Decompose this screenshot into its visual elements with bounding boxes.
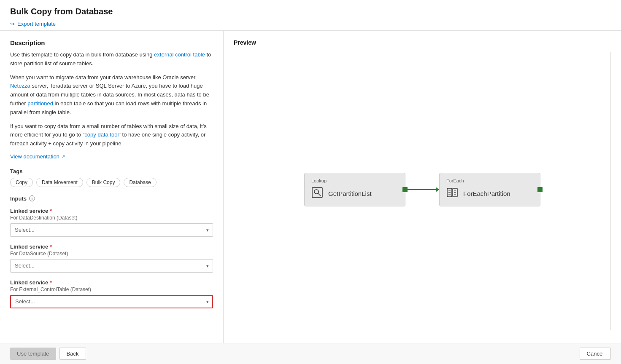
left-panel: Description Use this template to copy da… bbox=[0, 31, 224, 343]
linked-service-1-sublabel: For DataDestination (Dataset) bbox=[10, 215, 213, 221]
tag-database: Database bbox=[124, 178, 156, 187]
svg-point-1 bbox=[314, 190, 319, 194]
linked-service-3-select[interactable]: Select... bbox=[10, 295, 213, 308]
bottom-bar: Use template Back Cancel bbox=[0, 343, 621, 364]
svg-line-2 bbox=[318, 193, 321, 196]
arrow-head bbox=[436, 187, 439, 192]
cancel-button[interactable]: Cancel bbox=[580, 348, 611, 360]
foreach-node: ForEach bbox=[439, 173, 540, 206]
export-template-link[interactable]: ↪ Export template bbox=[10, 21, 611, 27]
lookup-node-name: GetPartitionList bbox=[328, 190, 372, 197]
linked-service-control-group: Linked service * For External_ControlTab… bbox=[10, 279, 213, 308]
linked-service-2-select[interactable]: Select... bbox=[10, 259, 213, 273]
linked-service-source-group: Linked service * For DataSource (Dataset… bbox=[10, 244, 213, 273]
linked-service-3-sublabel: For External_ControlTable (Dataset) bbox=[10, 286, 213, 292]
linked-service-1-label: Linked service * bbox=[10, 208, 213, 214]
linked-service-1-select[interactable]: Select... bbox=[10, 223, 213, 237]
foreach-right-connector bbox=[537, 187, 543, 192]
foreach-icon bbox=[446, 187, 458, 201]
tags-section: Tags Copy Data Movement Bulk Copy Databa… bbox=[10, 168, 213, 187]
preview-title: Preview bbox=[234, 39, 611, 46]
inputs-header: Inputs i bbox=[10, 195, 213, 202]
right-panel: Preview Lookup bbox=[224, 31, 621, 343]
netezza-link[interactable]: Netezza bbox=[10, 83, 30, 89]
arrow-line bbox=[405, 189, 436, 190]
linked-service-3-wrapper: Select... ▾ bbox=[10, 295, 213, 308]
description-p2: When you want to migrate data from your … bbox=[10, 73, 213, 117]
lookup-icon bbox=[311, 187, 323, 201]
tag-copy: Copy bbox=[10, 178, 33, 187]
view-documentation-link[interactable]: View documentation ↗ bbox=[10, 153, 65, 160]
export-template-label: Export template bbox=[17, 21, 56, 27]
tags-title: Tags bbox=[10, 168, 213, 174]
linked-service-3-label: Linked service * bbox=[10, 279, 213, 286]
pipeline-container: Lookup GetPartitionList bbox=[304, 173, 540, 206]
lookup-type-label: Lookup bbox=[311, 178, 398, 183]
lookup-right-connector bbox=[402, 187, 408, 192]
arrow-connector bbox=[405, 187, 439, 192]
linked-service-2-sublabel: For DataSource (Dataset) bbox=[10, 251, 213, 257]
description-p3: If you want to copy data from a small nu… bbox=[10, 122, 213, 148]
preview-canvas: Lookup GetPartitionList bbox=[234, 52, 611, 330]
linked-service-destination-group: Linked service * For DataDestination (Da… bbox=[10, 208, 213, 237]
linked-service-2-wrapper: Select... ▾ bbox=[10, 259, 213, 273]
lookup-node: Lookup GetPartitionList bbox=[304, 173, 405, 206]
description-title: Description bbox=[10, 39, 213, 46]
foreach-node-name: ForEachPartition bbox=[463, 190, 510, 197]
partitioned-link[interactable]: partitioned bbox=[27, 100, 53, 107]
description-section: Description Use this template to copy da… bbox=[10, 39, 213, 148]
description-p1: Use this template to copy data in bulk f… bbox=[10, 51, 213, 68]
foreach-content: ForEachPartition bbox=[446, 187, 533, 201]
back-button[interactable]: Back bbox=[59, 348, 86, 360]
lookup-content: GetPartitionList bbox=[311, 187, 398, 201]
bottom-left-actions: Use template Back bbox=[10, 348, 86, 360]
foreach-type-label: ForEach bbox=[446, 178, 533, 183]
page-title: Bulk Copy from Database bbox=[10, 7, 611, 16]
tags-row: Copy Data Movement Bulk Copy Database bbox=[10, 178, 213, 187]
tag-bulk-copy: Bulk Copy bbox=[86, 178, 121, 187]
inputs-info-icon: i bbox=[29, 195, 35, 201]
linked-service-1-wrapper: Select... ▾ bbox=[10, 223, 213, 237]
external-link[interactable]: external control table bbox=[154, 51, 205, 58]
copy-tool-link[interactable]: copy data tool bbox=[84, 131, 119, 138]
external-link-icon: ↗ bbox=[61, 154, 65, 159]
svg-rect-0 bbox=[312, 187, 322, 198]
inputs-title: Inputs bbox=[10, 195, 27, 202]
linked-service-2-label: Linked service * bbox=[10, 244, 213, 250]
use-template-button[interactable]: Use template bbox=[10, 348, 56, 360]
tag-data-movement: Data Movement bbox=[36, 178, 83, 187]
view-docs-label: View documentation bbox=[10, 153, 59, 160]
inputs-section: Inputs i Linked service * For DataDestin… bbox=[10, 195, 213, 308]
export-arrow-icon: ↪ bbox=[10, 21, 15, 27]
